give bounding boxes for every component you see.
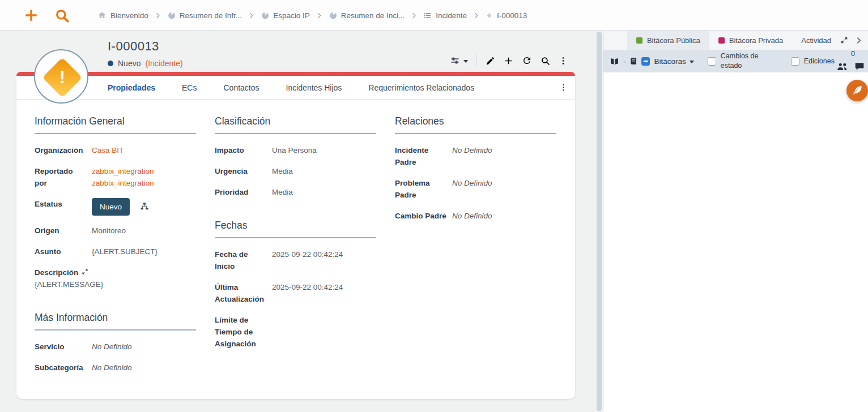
tab-contactos[interactable]: Contactos bbox=[223, 83, 259, 92]
description-value: {ALERT.MESSAGE} bbox=[35, 280, 103, 289]
field-label: Servicio bbox=[35, 341, 92, 353]
field-organizacion: Organización Casa BIT bbox=[35, 144, 196, 156]
tabs-spacer bbox=[603, 31, 627, 50]
tabs-overflow-button[interactable] bbox=[559, 83, 568, 92]
assignment-deadline-value bbox=[272, 314, 376, 350]
field-estatus: Estatus Nuevo bbox=[35, 198, 196, 216]
object-toolbar bbox=[449, 54, 568, 67]
chevron-right-icon bbox=[411, 12, 417, 19]
field-cambio-padre: Cambio Padre No Definido bbox=[395, 210, 556, 222]
state-changes-checkbox[interactable] bbox=[708, 57, 716, 66]
field-servicio: Servicio No Definido bbox=[35, 341, 196, 353]
tab-incidentes-hijos[interactable]: Incidentes Hijos bbox=[286, 83, 342, 92]
field-ultima-actualizacion: Última Actualización 2025-09-22 00:42:24 bbox=[215, 281, 376, 305]
topbar: Bienvenido Resumen de Infr... Espacio IP… bbox=[0, 0, 868, 31]
section-relaciones: Relaciones Incidente Padre No Definido P… bbox=[395, 115, 556, 222]
list-icon bbox=[423, 11, 432, 20]
chevron-right-icon bbox=[155, 12, 161, 19]
field-prioridad: Prioridad Media bbox=[215, 186, 376, 198]
caller-link[interactable]: zabbix_integration zabbix_integration bbox=[92, 165, 196, 189]
diamond-icon bbox=[486, 12, 493, 19]
new-object-button[interactable] bbox=[504, 56, 513, 66]
urgency-value: Media bbox=[272, 165, 376, 177]
field-label: Impacto bbox=[215, 144, 272, 156]
object-status-line: Nuevo (Incidente) bbox=[108, 59, 183, 68]
section-title: Más Información bbox=[35, 312, 196, 331]
messages-stat: 0 bbox=[855, 51, 868, 71]
refresh-button[interactable] bbox=[522, 55, 532, 66]
field-label: Fecha de Inicio bbox=[215, 248, 272, 272]
tab-ecs[interactable]: ECs bbox=[182, 83, 197, 92]
refresh-icon bbox=[522, 55, 532, 66]
activity-panel: Bitácora Pública Bitácora Privada Activi… bbox=[603, 31, 868, 412]
open-book-icon bbox=[609, 57, 620, 66]
search-in-object-button[interactable] bbox=[541, 56, 550, 66]
field-limite-asignacion: Límite de Tiempo de Asignación bbox=[215, 314, 376, 350]
column-general: Información General Organización Casa BI… bbox=[35, 115, 196, 383]
field-label: Asunto bbox=[35, 246, 92, 258]
public-log-color-icon bbox=[636, 37, 643, 44]
breadcrumb-item-resumen-inci[interactable]: Resumen de Inci... bbox=[329, 11, 405, 20]
tab-bitacora-privada[interactable]: Bitácora Privada bbox=[709, 31, 792, 50]
expand-description-icon[interactable] bbox=[82, 268, 88, 275]
edits-checkbox[interactable] bbox=[791, 57, 799, 66]
breadcrumb-label: Resumen de Infr... bbox=[180, 11, 242, 20]
field-label: Organización bbox=[35, 144, 92, 156]
caret-down-icon bbox=[690, 61, 694, 63]
breadcrumb-label: Espacio IP bbox=[273, 11, 310, 20]
logs-separator: - bbox=[623, 57, 626, 66]
private-log-color-icon bbox=[718, 37, 725, 44]
breadcrumb-label: Incidente bbox=[436, 11, 467, 20]
collapse-panel-button[interactable] bbox=[855, 37, 862, 44]
tab-requerimientos-relacionados[interactable]: Requerimientos Relacionados bbox=[368, 83, 474, 92]
sliders-icon bbox=[449, 55, 461, 66]
tab-actividad[interactable]: Actividad bbox=[792, 31, 840, 50]
more-options-button[interactable] bbox=[559, 56, 568, 66]
breadcrumb-item-incidente[interactable]: Incidente bbox=[423, 11, 467, 20]
plus-icon bbox=[504, 56, 513, 66]
global-search-button[interactable] bbox=[54, 7, 70, 23]
exclamation-glyph: ! bbox=[35, 54, 90, 101]
vertical-scrollbar[interactable] bbox=[597, 32, 602, 411]
logs-dropdown[interactable]: Bitácoras bbox=[654, 57, 694, 66]
lifecycle-button[interactable] bbox=[140, 202, 149, 211]
expand-icon bbox=[840, 36, 848, 44]
breadcrumb-item-espacio-ip[interactable]: Espacio IP bbox=[261, 11, 310, 20]
add-log-entry-fab[interactable] bbox=[846, 80, 868, 101]
field-impacto: Impacto Una Persona bbox=[215, 144, 376, 156]
expand-panel-button[interactable] bbox=[840, 36, 848, 44]
tab-bitacora-publica[interactable]: Bitácora Pública bbox=[627, 31, 709, 50]
field-label: Límite de Tiempo de Asignación bbox=[215, 314, 272, 350]
quick-create-button[interactable] bbox=[23, 7, 39, 23]
class-link[interactable]: (Incidente) bbox=[145, 59, 182, 68]
status-badge: Nuevo bbox=[92, 198, 130, 216]
field-urgencia: Urgencia Media bbox=[215, 165, 376, 177]
field-problema-padre: Problema Padre No Definido bbox=[395, 177, 556, 201]
breadcrumb-item-resumen-infra[interactable]: Resumen de Infr... bbox=[167, 11, 242, 20]
field-label: Descripción bbox=[35, 267, 78, 278]
tab-propiedades[interactable]: Propiedades bbox=[108, 83, 155, 92]
breadcrumb: Bienvenido Resumen de Infr... Espacio IP… bbox=[97, 0, 527, 31]
filter-edits: Ediciones bbox=[791, 57, 835, 66]
field-descripcion: Descripción {ALERT.MESSAGE} bbox=[35, 267, 196, 290]
logs-visibility-checkbox[interactable] bbox=[641, 57, 650, 66]
edit-button[interactable] bbox=[486, 56, 495, 66]
sitemap-icon bbox=[140, 202, 149, 211]
work-area: I-000013 Nuevo (Incidente) bbox=[0, 31, 868, 412]
breadcrumb-item-bienvenido[interactable]: Bienvenido bbox=[97, 11, 148, 20]
authors-count: 0 bbox=[851, 50, 855, 58]
activity-panel-tabs: Bitácora Pública Bitácora Privada Activi… bbox=[603, 31, 868, 50]
subject-value: {ALERT.SUBJECT} bbox=[92, 246, 196, 258]
column-relations: Relaciones Incidente Padre No Definido P… bbox=[395, 115, 556, 231]
start-date-value: 2025-09-22 00:42:24 bbox=[272, 248, 376, 272]
subcategory-value: No Definido bbox=[92, 362, 196, 374]
itop-incident-screen: Bienvenido Resumen de Infr... Espacio IP… bbox=[0, 0, 868, 412]
organization-link[interactable]: Casa BIT bbox=[92, 144, 196, 156]
activity-panel-body bbox=[603, 72, 868, 412]
state-changes-label: Cambios de estado bbox=[721, 52, 761, 71]
search-icon bbox=[54, 8, 70, 23]
actions-menu-button[interactable] bbox=[449, 55, 468, 66]
field-label: Prioridad bbox=[215, 186, 272, 198]
tab-label: Bitácora Privada bbox=[729, 36, 783, 45]
field-fecha-inicio: Fecha de Inicio 2025-09-22 00:42:24 bbox=[215, 248, 376, 272]
